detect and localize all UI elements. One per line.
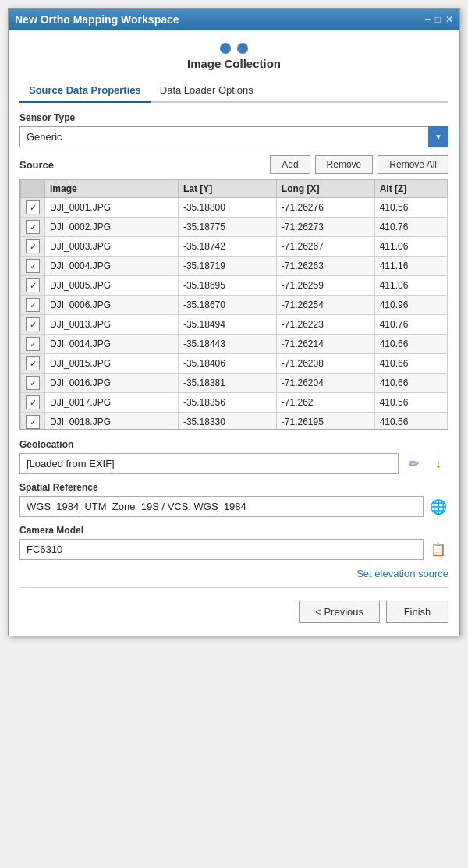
row-long: -71.26254 bbox=[276, 296, 374, 315]
row-checkbox[interactable]: ✓ bbox=[26, 337, 40, 351]
table-row: ✓DJI_0013.JPG-35.18494-71.26223410.76 bbox=[21, 315, 448, 335]
bottom-divider bbox=[20, 587, 448, 588]
source-label: Source bbox=[20, 159, 54, 171]
step-dot-1 bbox=[220, 43, 231, 54]
row-alt: 410.56 bbox=[374, 393, 447, 413]
row-checkbox-cell[interactable]: ✓ bbox=[21, 257, 45, 276]
row-alt: 410.56 bbox=[374, 413, 447, 430]
row-checkbox[interactable]: ✓ bbox=[26, 278, 40, 292]
row-checkbox-cell[interactable]: ✓ bbox=[21, 296, 45, 315]
row-alt: 411.06 bbox=[374, 276, 447, 296]
table-row: ✓DJI_0016.JPG-35.18381-71.26204410.66 bbox=[21, 374, 448, 393]
row-alt: 410.76 bbox=[374, 315, 447, 335]
row-lat: -35.18670 bbox=[178, 296, 276, 315]
camera-model-input[interactable] bbox=[20, 539, 424, 560]
image-table-container: Image Lat [Y] Long [X] Alt [Z] ✓DJI_0001… bbox=[20, 179, 448, 430]
row-image: DJI_0002.JPG bbox=[45, 218, 179, 237]
row-checkbox-cell[interactable]: ✓ bbox=[21, 354, 45, 374]
row-alt: 410.66 bbox=[374, 335, 447, 354]
row-image: DJI_0016.JPG bbox=[45, 374, 179, 393]
geolocation-section: Geolocation ✏ ↓ bbox=[20, 439, 448, 474]
geolocation-field-row: ✏ ↓ bbox=[20, 453, 448, 474]
elevation-link-container: Set elevation source bbox=[20, 568, 448, 579]
geolocation-edit-icon[interactable]: ✏ bbox=[403, 454, 424, 474]
maximize-icon[interactable]: □ bbox=[435, 14, 441, 25]
camera-model-label: Camera Model bbox=[20, 525, 448, 536]
row-checkbox[interactable]: ✓ bbox=[26, 376, 40, 390]
window-controls: – □ ✕ bbox=[425, 14, 453, 25]
row-checkbox[interactable]: ✓ bbox=[26, 415, 40, 429]
row-lat: -35.18800 bbox=[178, 198, 276, 218]
row-alt: 410.96 bbox=[374, 296, 447, 315]
row-lat: -35.18695 bbox=[178, 276, 276, 296]
finish-button[interactable]: Finish bbox=[386, 601, 448, 623]
tab-data-loader[interactable]: Data Loader Options bbox=[151, 80, 263, 103]
source-buttons: Add Remove Remove All bbox=[270, 155, 448, 174]
steps-area: Image Collection bbox=[20, 43, 448, 70]
row-image: DJI_0015.JPG bbox=[45, 354, 179, 374]
row-image: DJI_0005.JPG bbox=[45, 276, 179, 296]
camera-model-icon[interactable]: 📋 bbox=[428, 540, 448, 560]
close-icon[interactable]: ✕ bbox=[445, 14, 453, 25]
row-checkbox[interactable]: ✓ bbox=[26, 259, 40, 273]
set-elevation-source-link[interactable]: Set elevation source bbox=[356, 568, 448, 579]
row-checkbox-cell[interactable]: ✓ bbox=[21, 218, 45, 237]
tab-source-data[interactable]: Source Data Properties bbox=[20, 80, 151, 103]
row-image: DJI_0001.JPG bbox=[45, 198, 179, 218]
row-checkbox[interactable]: ✓ bbox=[26, 200, 40, 214]
row-checkbox-cell[interactable]: ✓ bbox=[21, 413, 45, 430]
col-header-lat: Lat [Y] bbox=[178, 180, 276, 198]
row-checkbox[interactable]: ✓ bbox=[26, 220, 40, 234]
row-checkbox-cell[interactable]: ✓ bbox=[21, 276, 45, 296]
spatial-reference-section: Spatial Reference 🌐 bbox=[20, 482, 448, 517]
spatial-reference-globe-icon[interactable]: 🌐 bbox=[428, 497, 448, 517]
row-checkbox-cell[interactable]: ✓ bbox=[21, 335, 45, 354]
row-image: DJI_0006.JPG bbox=[45, 296, 179, 315]
row-checkbox[interactable]: ✓ bbox=[26, 298, 40, 312]
row-alt: 410.76 bbox=[374, 218, 447, 237]
image-table: Image Lat [Y] Long [X] Alt [Z] ✓DJI_0001… bbox=[20, 179, 448, 429]
geolocation-download-icon[interactable]: ↓ bbox=[428, 454, 448, 474]
row-lat: -35.18330 bbox=[178, 413, 276, 430]
sensor-type-select-wrapper: Generic Custom bbox=[20, 126, 448, 147]
row-checkbox-cell[interactable]: ✓ bbox=[21, 315, 45, 335]
table-row: ✓DJI_0004.JPG-35.18719-71.26263411.16 bbox=[21, 257, 448, 276]
window-title: New Ortho Mapping Workspace bbox=[15, 13, 179, 26]
spatial-reference-field-row: 🌐 bbox=[20, 496, 448, 517]
titlebar: New Ortho Mapping Workspace – □ ✕ bbox=[9, 9, 459, 30]
row-image: DJI_0017.JPG bbox=[45, 393, 179, 413]
row-checkbox[interactable]: ✓ bbox=[26, 356, 40, 370]
row-image: DJI_0013.JPG bbox=[45, 315, 179, 335]
col-header-image: Image bbox=[45, 180, 179, 198]
minimize-icon[interactable]: – bbox=[425, 14, 431, 25]
remove-all-button[interactable]: Remove All bbox=[378, 155, 448, 174]
row-image: DJI_0004.JPG bbox=[45, 257, 179, 276]
row-long: -71.26276 bbox=[276, 198, 374, 218]
table-row: ✓DJI_0002.JPG-35.18775-71.26273410.76 bbox=[21, 218, 448, 237]
row-checkbox[interactable]: ✓ bbox=[26, 395, 40, 409]
row-lat: -35.18443 bbox=[178, 335, 276, 354]
row-checkbox-cell[interactable]: ✓ bbox=[21, 374, 45, 393]
row-checkbox[interactable]: ✓ bbox=[26, 317, 40, 331]
row-long: -71.26223 bbox=[276, 315, 374, 335]
row-long: -71.26214 bbox=[276, 335, 374, 354]
remove-button[interactable]: Remove bbox=[315, 155, 374, 174]
sensor-type-select[interactable]: Generic Custom bbox=[20, 126, 448, 147]
add-button[interactable]: Add bbox=[270, 155, 310, 174]
row-lat: -35.18356 bbox=[178, 393, 276, 413]
row-image: DJI_0003.JPG bbox=[45, 237, 179, 257]
row-checkbox-cell[interactable]: ✓ bbox=[21, 198, 45, 218]
row-long: -71.26273 bbox=[276, 218, 374, 237]
steps-dots bbox=[20, 43, 448, 54]
row-checkbox-cell[interactable]: ✓ bbox=[21, 393, 45, 413]
tabs-row: Source Data Properties Data Loader Optio… bbox=[20, 80, 448, 103]
previous-button[interactable]: < Previous bbox=[299, 601, 380, 623]
geolocation-input[interactable] bbox=[20, 453, 399, 474]
table-row: ✓DJI_0014.JPG-35.18443-71.26214410.66 bbox=[21, 335, 448, 354]
row-checkbox[interactable]: ✓ bbox=[26, 239, 40, 253]
table-scroll[interactable]: Image Lat [Y] Long [X] Alt [Z] ✓DJI_0001… bbox=[20, 179, 448, 429]
row-alt: 411.06 bbox=[374, 237, 447, 257]
row-checkbox-cell[interactable]: ✓ bbox=[21, 237, 45, 257]
spatial-reference-input[interactable] bbox=[20, 496, 424, 517]
table-row: ✓DJI_0018.JPG-35.18330-71.26195410.56 bbox=[21, 413, 448, 430]
